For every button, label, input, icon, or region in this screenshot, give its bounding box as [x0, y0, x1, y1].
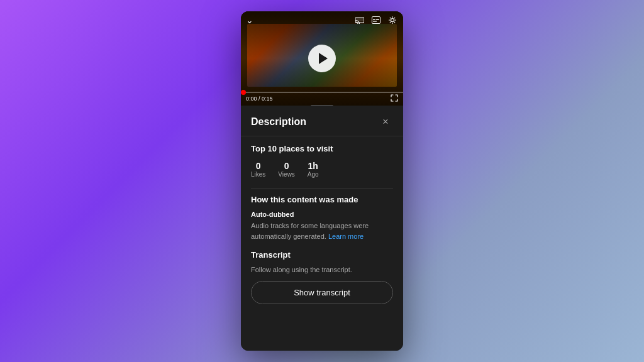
auto-dubbed-desc: Audio tracks for some languages were aut…: [251, 221, 393, 241]
views-value: 0: [284, 161, 289, 171]
svg-rect-2: [372, 17, 380, 24]
svg-rect-5: [373, 21, 377, 22]
phone-container: ⌄: [241, 11, 403, 351]
show-transcript-button[interactable]: Show transcript: [251, 281, 393, 304]
chevron-down-icon[interactable]: ⌄: [246, 16, 253, 25]
video-top-bar: ⌄: [241, 11, 403, 29]
description-header: Description ×: [241, 106, 403, 136]
video-top-right: [354, 14, 398, 26]
how-made-title: How this content was made: [251, 195, 393, 204]
views-label: Views: [278, 171, 295, 178]
description-content: Top 10 places to visit 0 Likes 0 Views 1…: [241, 136, 403, 312]
auto-dubbed-label: Auto-dubbed: [251, 211, 393, 218]
transcript-desc: Follow along using the transcript.: [251, 266, 393, 273]
likes-stat: 0 Likes: [251, 161, 265, 178]
learn-more-link[interactable]: Learn more: [328, 233, 364, 240]
svg-point-6: [391, 19, 394, 22]
views-stat: 0 Views: [278, 161, 295, 178]
video-section[interactable]: ⌄: [241, 11, 403, 106]
stats-row: 0 Likes 0 Views 1h Ago: [251, 161, 393, 178]
video-bottom-bar: 0:00 / 0:15: [241, 92, 403, 106]
time-display: 0:00 / 0:15: [246, 96, 273, 102]
time-ago-label: Ago: [308, 171, 319, 178]
svg-rect-3: [373, 19, 375, 20]
description-title: Description: [251, 116, 306, 128]
video-title: Top 10 places to visit: [251, 144, 393, 153]
close-button[interactable]: ×: [378, 114, 393, 129]
divider-1: [251, 188, 393, 189]
time-ago-value: 1h: [308, 161, 318, 171]
subtitles-icon[interactable]: [370, 14, 382, 26]
time-stat: 1h Ago: [308, 161, 319, 178]
transcript-section: Transcript Follow along using the transc…: [251, 250, 393, 304]
likes-label: Likes: [251, 171, 265, 178]
cast-icon[interactable]: [354, 14, 365, 26]
settings-icon[interactable]: [387, 14, 398, 26]
svg-rect-4: [376, 19, 379, 20]
drag-handle[interactable]: [311, 105, 333, 106]
description-panel: Description × Top 10 places to visit 0 L…: [241, 106, 403, 351]
fullscreen-icon[interactable]: [391, 94, 398, 103]
likes-value: 0: [256, 161, 261, 171]
video-top-left: ⌄: [246, 16, 253, 25]
transcript-title: Transcript: [251, 250, 393, 260]
play-button[interactable]: [308, 45, 336, 72]
svg-rect-1: [356, 18, 364, 21]
